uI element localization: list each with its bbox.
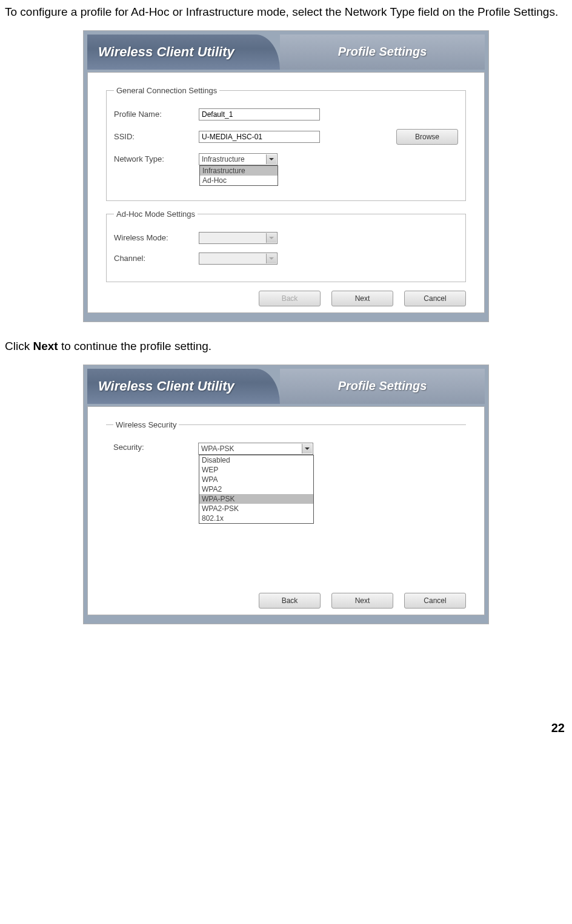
security-dropdown[interactable]: WPA-PSK Disabled WEP WPA WPA2 WPA-PSK WP… [198, 443, 313, 455]
chevron-down-icon [266, 233, 276, 243]
cancel-button[interactable]: Cancel [404, 291, 466, 306]
page-title: Profile Settings [280, 35, 485, 70]
next-button[interactable]: Next [331, 593, 393, 609]
option-wpa2[interactable]: WPA2 [199, 484, 313, 494]
network-type-dropdown[interactable]: Infrastructure Infrastructure Ad-Hoc [199, 153, 278, 165]
cancel-button[interactable]: Cancel [404, 593, 466, 609]
ssid-input[interactable] [199, 131, 320, 143]
security-legend: Wireless Security [113, 420, 179, 429]
network-type-value: Infrastructure [202, 155, 245, 163]
intro2-suffix: to continue the profile setting. [58, 340, 212, 352]
adhoc-mode-settings-group: Ad-Hoc Mode Settings Wireless Mode: Chan… [106, 210, 466, 282]
channel-dropdown [199, 252, 278, 265]
intro2-prefix: Click [5, 340, 33, 352]
app-title: Wireless Client Utility [87, 35, 280, 70]
window-header: Wireless Client Utility Profile Settings [87, 369, 485, 404]
option-8021x[interactable]: 802.1x [199, 513, 313, 523]
panel-body: Wireless Security Security: WPA-PSK Disa… [87, 406, 485, 615]
page-title: Profile Settings [280, 369, 485, 404]
ssid-label: SSID: [114, 132, 199, 141]
page-number: 22 [5, 721, 567, 735]
wizard-button-row: Back Next Cancel [106, 291, 466, 306]
browse-button[interactable]: Browse [396, 129, 458, 145]
intro-text-1: To configure a profile for Ad-Hoc or Inf… [5, 5, 567, 19]
option-wpa2-psk[interactable]: WPA2-PSK [199, 504, 313, 513]
chevron-down-icon [266, 254, 276, 263]
wireless-mode-label: Wireless Mode: [114, 233, 199, 242]
window-header: Wireless Client Utility Profile Settings [87, 35, 485, 70]
option-wpa[interactable]: WPA [199, 475, 313, 484]
chevron-down-icon[interactable] [302, 444, 312, 454]
next-button[interactable]: Next [331, 291, 393, 306]
profile-name-label: Profile Name: [114, 110, 199, 119]
profile-name-input[interactable] [199, 108, 320, 120]
network-type-label: Network Type: [114, 154, 199, 163]
option-infrastructure[interactable]: Infrastructure [200, 166, 278, 176]
security-options[interactable]: Disabled WEP WPA WPA2 WPA-PSK WPA2-PSK 8… [199, 455, 314, 524]
option-wpa-psk[interactable]: WPA-PSK [199, 494, 313, 504]
security-label: Security: [113, 443, 198, 452]
option-wep[interactable]: WEP [199, 465, 313, 475]
app-title: Wireless Client Utility [87, 369, 280, 404]
option-adhoc[interactable]: Ad-Hoc [200, 176, 278, 185]
general-connection-settings-group: General Connection Settings Profile Name… [106, 86, 466, 201]
back-button[interactable]: Back [259, 593, 321, 609]
intro-text-2: Click Next to continue the profile setti… [5, 339, 567, 354]
option-disabled[interactable]: Disabled [199, 455, 313, 465]
adhoc-legend: Ad-Hoc Mode Settings [114, 210, 198, 219]
panel-body: General Connection Settings Profile Name… [87, 72, 485, 313]
profile-settings-window-1: Wireless Client Utility Profile Settings… [83, 30, 489, 322]
channel-label: Channel: [114, 254, 199, 263]
back-button: Back [259, 291, 321, 306]
security-value: WPA-PSK [201, 444, 234, 453]
general-legend: General Connection Settings [114, 86, 219, 95]
profile-settings-window-2: Wireless Client Utility Profile Settings… [83, 365, 489, 624]
intro2-bold: Next [33, 340, 58, 352]
network-type-options[interactable]: Infrastructure Ad-Hoc [199, 165, 278, 186]
wizard-button-row: Back Next Cancel [106, 593, 466, 609]
chevron-down-icon[interactable] [266, 154, 276, 164]
wireless-mode-dropdown [199, 232, 278, 244]
wireless-security-group: Wireless Security Security: WPA-PSK Disa… [106, 420, 466, 584]
